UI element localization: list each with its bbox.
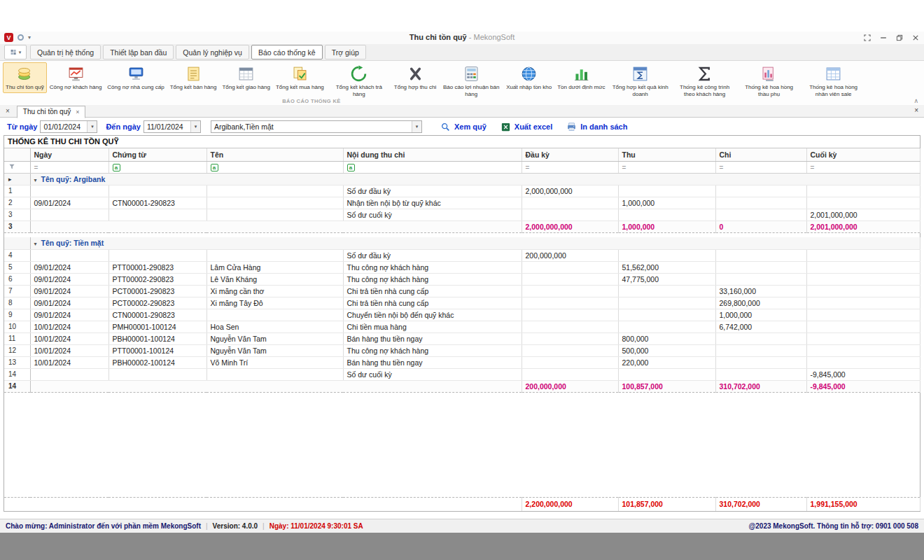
cell-thu[interactable]: [618, 249, 715, 261]
cell-ten[interactable]: Võ Minh Trí: [206, 356, 343, 368]
cell-noidung[interactable]: Bán hàng thu tiền ngay: [343, 332, 522, 344]
cell-ngay[interactable]: 10/01/2024: [30, 321, 108, 332]
cell-thu[interactable]: [618, 368, 715, 380]
cell-ten[interactable]: [206, 197, 343, 209]
cell-ten[interactable]: Hoa Sen: [206, 321, 343, 332]
row-number[interactable]: 9: [4, 309, 30, 321]
ribbon-collapse-button[interactable]: ∧: [913, 98, 918, 104]
cell-ten[interactable]: [206, 249, 343, 261]
cell-dauky[interactable]: [522, 356, 618, 368]
ribbon-item-thong-ke-cong-trinh-theo-khach-hang[interactable]: Thống kê công trình theo khách hàng: [673, 62, 737, 99]
cell-cuoiky[interactable]: [806, 344, 920, 356]
chevron-down-icon[interactable]: ▾: [87, 121, 97, 132]
cell-ngay[interactable]: 09/01/2024: [30, 197, 108, 209]
cell-chungtu[interactable]: CTN00001-290823: [108, 197, 206, 209]
row-number[interactable]: 7: [4, 285, 30, 297]
ribbon-item-tong-ket-giao-hang[interactable]: Tổng kết giao hàng: [219, 62, 273, 93]
ribbon-item-thong-ke-hoa-hong-thau-phu[interactable]: Thống kê hoa hồng thầu phụ: [737, 62, 802, 99]
filter-cell-ten[interactable]: a: [206, 161, 343, 173]
cell-noidung[interactable]: Chi trả tiền nhà cung cấp: [343, 285, 522, 297]
cell-ten[interactable]: Lê Văn Kháng: [206, 273, 343, 285]
cell-chi[interactable]: [715, 209, 806, 220]
cell-ten[interactable]: [206, 185, 343, 197]
cell-noidung[interactable]: Số dư cuối kỳ: [343, 209, 522, 220]
cell-noidung[interactable]: Số dư đầu kỳ: [343, 185, 522, 197]
minimize-button[interactable]: [878, 33, 888, 43]
to-date-input[interactable]: 11/01/2024 ▾: [144, 120, 201, 133]
cell-ngay[interactable]: 09/01/2024: [30, 273, 108, 285]
column-header-noidung[interactable]: Nội dung thu chi: [343, 148, 522, 161]
cell-ngay[interactable]: [30, 249, 108, 261]
cell-dauky[interactable]: [522, 332, 618, 344]
xem-quy-button[interactable]: Xem quỹ: [440, 122, 486, 132]
cell-ngay[interactable]: 09/01/2024: [30, 261, 108, 273]
cell-noidung[interactable]: Chi tiền mua hàng: [343, 321, 522, 332]
cell-chungtu[interactable]: [108, 185, 206, 197]
row-number[interactable]: 11: [4, 332, 30, 344]
cell-chi[interactable]: [715, 356, 806, 368]
ribbon-item-ton-duoi-dinh-muc[interactable]: Tồn dưới định mức: [554, 62, 608, 93]
cell-chungtu[interactable]: PMH00001-100124: [108, 321, 206, 332]
from-date-input[interactable]: 01/01/2024 ▾: [40, 120, 97, 133]
cell-thu[interactable]: [618, 185, 715, 197]
column-header-ngay[interactable]: Ngày: [30, 148, 108, 161]
cell-chi[interactable]: [715, 344, 806, 356]
cell-cuoiky[interactable]: [806, 297, 920, 309]
cell-chi[interactable]: [715, 197, 806, 209]
group-row[interactable]: ▾Tên quỹ: Tiền mặt: [4, 237, 920, 249]
row-number[interactable]: 6: [4, 273, 30, 285]
collapse-icon[interactable]: ▾: [34, 241, 37, 247]
cell-dauky[interactable]: 2,000,000,000: [522, 185, 618, 197]
ribbon-item-thong-ke-hoa-hong-nhan-vien-sale[interactable]: Thống kê hoa hồng nhân viên sale: [802, 62, 866, 99]
menu-tab-tro-giup[interactable]: Trợ giúp: [325, 45, 366, 59]
cell-dauky[interactable]: [522, 321, 618, 332]
cell-cuoiky[interactable]: -9,845,000: [806, 368, 920, 380]
chevron-down-icon[interactable]: ▾: [190, 121, 200, 132]
cell-chungtu[interactable]: CTN00001-290823: [108, 309, 206, 321]
filter-cell-thu[interactable]: =: [618, 161, 715, 173]
cell-dauky[interactable]: [522, 285, 618, 297]
cell-cuoiky[interactable]: [806, 321, 920, 332]
row-number[interactable]: 2: [4, 197, 30, 209]
cell-dauky[interactable]: [522, 261, 618, 273]
cell-thu[interactable]: 500,000: [618, 344, 715, 356]
cell-chi[interactable]: [715, 273, 806, 285]
cell-ten[interactable]: Xi măng Tây Đô: [206, 297, 343, 309]
ribbon-item-tong-ket-mua-hang[interactable]: Tổng kết mua hàng: [273, 62, 327, 93]
cell-ngay[interactable]: 09/01/2024: [30, 285, 108, 297]
menu-tab-quan-ly-nghiep-vu[interactable]: Quản lý nghiệp vụ: [176, 45, 249, 59]
filter-cell-chungtu[interactable]: a: [108, 161, 206, 173]
cell-chungtu[interactable]: PTT00001-100124: [108, 344, 206, 356]
cell-thu[interactable]: 47,775,000: [618, 273, 715, 285]
row-number[interactable]: 1: [4, 185, 30, 197]
cell-ten[interactable]: [206, 209, 343, 220]
cell-dauky[interactable]: [522, 273, 618, 285]
cell-chungtu[interactable]: PCT00001-290823: [108, 285, 206, 297]
row-number[interactable]: 12: [4, 344, 30, 356]
cell-chi[interactable]: [715, 261, 806, 273]
cell-ngay[interactable]: 09/01/2024: [30, 297, 108, 309]
cell-chi[interactable]: [715, 185, 806, 197]
cell-chungtu[interactable]: PBH00001-100124: [108, 332, 206, 344]
cell-ten[interactable]: Xi măng cần thơ: [206, 285, 343, 297]
cell-chungtu[interactable]: [108, 209, 206, 220]
cell-thu[interactable]: [618, 297, 715, 309]
cell-cuoiky[interactable]: [806, 249, 920, 261]
cell-cuoiky[interactable]: [806, 185, 920, 197]
cell-dauky[interactable]: [522, 197, 618, 209]
cell-noidung[interactable]: Số dư đầu kỳ: [343, 249, 522, 261]
ribbon-item-tong-hop-thu-chi[interactable]: Tổng hợp thu chi: [391, 62, 439, 93]
cell-noidung[interactable]: Nhận tiền nội bộ từ quỹ khác: [343, 197, 522, 209]
menu-launcher-button[interactable]: ▾: [4, 45, 27, 59]
cell-thu[interactable]: [618, 321, 715, 332]
filter-cell-ngay[interactable]: =: [30, 161, 108, 173]
row-number[interactable]: 3: [4, 209, 30, 220]
cell-chungtu[interactable]: [108, 249, 206, 261]
ribbon-item-tong-hop-ket-qua-kinh-doanh[interactable]: Tổng hợp kết quả kinh doanh: [608, 62, 673, 99]
cell-thu[interactable]: 220,000: [618, 356, 715, 368]
cell-ngay[interactable]: 10/01/2024: [30, 356, 108, 368]
column-header-thu[interactable]: Thu: [618, 148, 715, 161]
cell-ten[interactable]: [206, 368, 343, 380]
column-header-cuoiky[interactable]: Cuối kỳ: [806, 148, 920, 161]
cell-noidung[interactable]: Thu công nợ khách hàng: [343, 273, 522, 285]
